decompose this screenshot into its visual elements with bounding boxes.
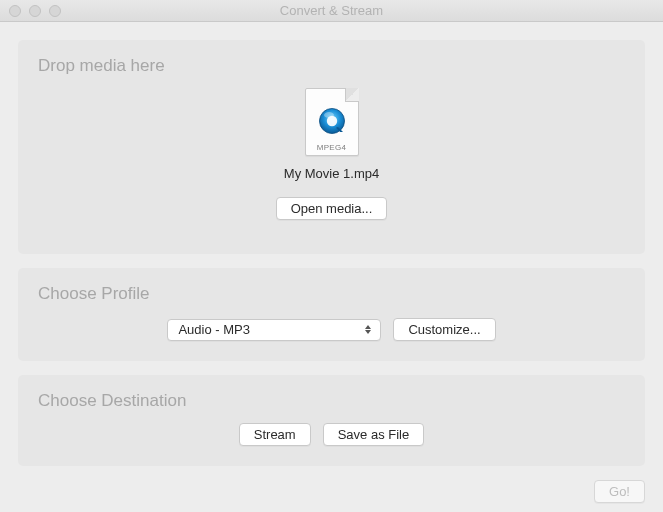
close-window-button[interactable]	[9, 5, 21, 17]
stream-button[interactable]: Stream	[239, 423, 311, 446]
footer: Go!	[0, 480, 663, 503]
choose-destination-title: Choose Destination	[38, 391, 625, 411]
page-fold-icon	[345, 88, 359, 102]
window-body: Drop media here	[0, 22, 663, 478]
go-button[interactable]: Go!	[594, 480, 645, 503]
media-file-icon: MPEG4	[305, 88, 359, 156]
traffic-lights	[0, 5, 61, 17]
choose-profile-title: Choose Profile	[38, 284, 625, 304]
drop-media-title: Drop media here	[38, 56, 625, 76]
titlebar: Convert & Stream	[0, 0, 663, 22]
choose-profile-panel: Choose Profile Audio - MP3 Customize...	[18, 268, 645, 361]
profile-row: Audio - MP3 Customize...	[38, 318, 625, 341]
window-title: Convert & Stream	[0, 3, 663, 18]
customize-button[interactable]: Customize...	[393, 318, 495, 341]
save-as-file-button[interactable]: Save as File	[323, 423, 425, 446]
drop-media-content: MPEG4 My Movie 1.mp4 Open media...	[18, 88, 645, 220]
open-media-button[interactable]: Open media...	[276, 197, 388, 220]
svg-point-2	[324, 112, 334, 118]
profile-select-value: Audio - MP3	[178, 322, 250, 337]
file-type-label: MPEG4	[306, 143, 358, 152]
drop-media-panel[interactable]: Drop media here	[18, 40, 645, 254]
zoom-window-button[interactable]	[49, 5, 61, 17]
updown-arrows-icon	[362, 320, 374, 340]
destination-row: Stream Save as File	[38, 423, 625, 446]
minimize-window-button[interactable]	[29, 5, 41, 17]
choose-destination-panel: Choose Destination Stream Save as File	[18, 375, 645, 466]
profile-select[interactable]: Audio - MP3	[167, 319, 381, 341]
media-filename: My Movie 1.mp4	[284, 166, 379, 181]
quicktime-icon	[317, 106, 347, 139]
